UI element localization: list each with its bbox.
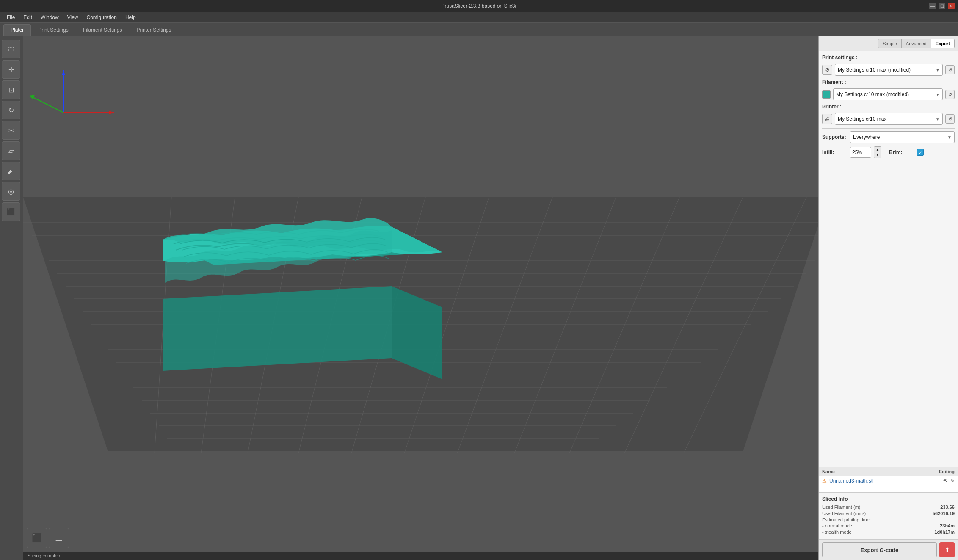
mode-expert[interactable]: Expert [931,39,954,48]
minimize-button[interactable]: — [929,3,936,9]
print-profile-dropdown[interactable]: My Settings cr10 max (modified) ▼ [835,64,943,76]
tool-scale[interactable]: ⊡ [2,80,20,99]
viewport[interactable]: 🗃 ✂ ⊞ ⊟ ⟲ ⟳ ⊕ ⊗ 🔍 ☰ ↩ ☰ [23,36,818,560]
tool-rotate[interactable]: ↻ [2,101,20,119]
filament-profile-dropdown[interactable]: My Settings cr10 max (modified) ▼ [833,88,943,100]
mode-advanced[interactable]: Advanced [902,39,931,48]
stealth-mode-label: - stealth mode [822,530,852,535]
filament-profile-row: My Settings cr10 max (modified) ▼ ↺ [822,88,955,100]
normal-mode-row: - normal mode 23h4m [822,523,955,528]
object-list-item[interactable]: ⚠ Unnamed3-math.stl 👁 ✎ [819,476,958,486]
tool-seam[interactable]: ◎ [2,182,20,201]
print-profile-refresh[interactable]: ↺ [945,65,955,74]
mode-tabs: Simple Advanced Expert [878,39,955,48]
printer-profile-dropdown[interactable]: My Settings cr10 max ▼ [835,113,943,125]
tool-select[interactable]: ⬚ [2,40,20,58]
filament-profile-refresh[interactable]: ↺ [945,90,955,99]
filament-profile-value: My Settings cr10 max (modified) [836,91,909,97]
print-time-label-row: Estimated printing time: [822,517,955,522]
brim-checkbox[interactable]: ✓ [917,149,924,156]
left-toolbar: ⬚ ✛ ⊡ ↻ ✂ ▱ 🖌 ◎ ⬛ [0,36,23,560]
supports-value: Everywhere [853,134,880,140]
printer-profile-arrow: ▼ [936,117,940,121]
warning-icon: ⚠ [822,478,827,484]
filament-mm3-value: 562016.19 [933,511,955,516]
filament-m-value: 233.66 [940,505,955,510]
object-name[interactable]: Unnamed3-math.stl [829,478,940,484]
close-button[interactable]: ✕ [948,3,955,9]
print-profile-row: ⚙ My Settings cr10 max (modified) ▼ ↺ [822,64,955,76]
infill-down[interactable]: ▼ [874,152,881,158]
right-panel: Simple Advanced Expert Print settings : … [818,36,958,560]
tool-3d[interactable]: ⬛ [2,202,20,221]
printer-profile-row: 🖨 My Settings cr10 max ▼ ↺ [822,113,955,125]
settings-content: Print settings : ⚙ My Settings cr10 max … [819,51,958,467]
main-layout: ⬚ ✛ ⊡ ↻ ✂ ▱ 🖌 ◎ ⬛ 🗃 ✂ ⊞ ⊟ ⟲ ⟳ ⊕ ⊗ 🔍 ☰ ↩ … [0,36,958,560]
stealth-mode-row: - stealth mode 1d0h17m [822,530,955,535]
3d-canvas[interactable]: Slicing complete... ⬛ ☰ [23,36,818,560]
menu-help[interactable]: Help [122,14,139,21]
brim-label: Brim: [889,149,914,155]
infill-up[interactable]: ▲ [874,147,881,152]
filament-mm3-label: Used Filament (mm³) [822,511,866,516]
tab-printer-settings[interactable]: Printer Settings [129,24,178,36]
print-profile-arrow: ▼ [936,68,940,72]
print-profile-value: My Settings cr10 max (modified) [838,67,911,73]
print-settings-icon[interactable]: ⚙ [822,65,832,75]
printer-label: Printer : [822,104,848,110]
printer-icon[interactable]: 🖨 [822,114,832,124]
window-title: PrusaSlicer-2.3.3 based on Slic3r [441,3,516,9]
menu-configuration[interactable]: Configuration [83,14,120,21]
tab-bar: Plater Print Settings Filament Settings … [0,23,958,36]
edit-icon[interactable]: ✎ [950,478,955,484]
print-settings-row: Print settings : [822,55,955,61]
supports-label: Supports: [822,134,848,140]
normal-mode-label: - normal mode [822,523,852,528]
separator-1 [822,128,955,129]
filament-label: Filament : [822,79,848,85]
brim-checkbox-container: ✓ [917,149,924,156]
menu-edit[interactable]: Edit [20,14,36,21]
printer-profile-value: My Settings cr10 max [838,116,886,122]
printer-label-row: Printer : [822,104,955,110]
sliced-info: Sliced Info Used Filament (m) 233.66 Use… [819,492,958,539]
name-header: Name [822,469,835,474]
tab-filament-settings[interactable]: Filament Settings [76,24,130,36]
view-layers-button[interactable]: ☰ [49,528,69,548]
object-list: Name Editing ⚠ Unnamed3-math.stl 👁 ✎ [819,467,958,492]
tool-cut[interactable]: ✂ [2,121,20,140]
sliced-title: Sliced Info [822,496,955,502]
upload-button[interactable]: ⬆ [939,542,955,557]
view-3d-button[interactable]: ⬛ [27,528,47,548]
menu-window[interactable]: Window [37,14,62,21]
tab-plater[interactable]: Plater [3,24,31,36]
mode-simple[interactable]: Simple [878,39,902,48]
tab-print-settings[interactable]: Print Settings [31,24,75,36]
tool-place-face[interactable]: ▱ [2,141,20,160]
filament-m-row: Used Filament (m) 233.66 [822,505,955,510]
tool-move[interactable]: ✛ [2,60,20,79]
printer-profile-refresh[interactable]: ↺ [945,114,955,124]
infill-value: 25% [852,149,862,155]
visibility-icon[interactable]: 👁 [943,478,948,484]
editing-header: Editing [939,469,955,474]
infill-stepper[interactable]: ▲ ▼ [874,146,881,158]
export-bar: Export G-code ⬆ [819,539,958,560]
infill-label: Infill: [822,149,848,155]
export-gcode-button[interactable]: Export G-code [822,542,937,557]
filament-color-swatch[interactable] [822,90,831,99]
object-list-header: Name Editing [819,467,958,476]
export-label: Export G-code [861,547,899,553]
view-buttons: ⬛ ☰ [27,528,69,548]
infill-input[interactable]: 25% [850,147,871,158]
menu-view[interactable]: View [64,14,82,21]
menu-file[interactable]: File [3,14,18,21]
menu-bar: File Edit Window View Configuration Help [0,12,958,23]
maximize-button[interactable]: ☐ [939,3,945,9]
mode-selector: Simple Advanced Expert [819,36,958,51]
tool-support[interactable]: 🖌 [2,162,20,180]
supports-dropdown[interactable]: Everywhere ▼ [850,131,955,143]
infill-brim-row: Infill: 25% ▲ ▼ Brim: ✓ [822,146,955,158]
filament-profile-arrow: ▼ [936,92,940,97]
filament-m-label: Used Filament (m) [822,505,860,510]
